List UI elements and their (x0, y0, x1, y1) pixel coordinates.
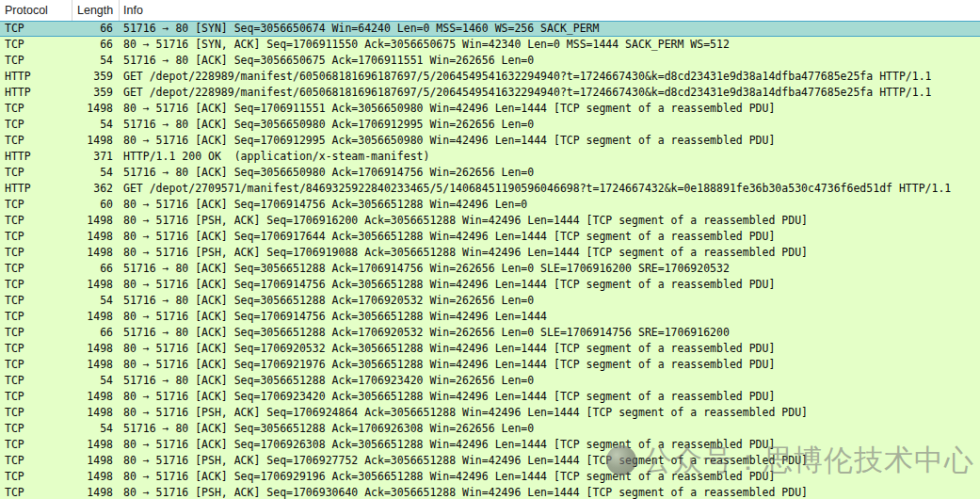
length-cell: 1498 (72, 453, 120, 469)
protocol-cell: TCP (0, 373, 72, 389)
info-cell: 80 → 51716 [ACK] Seq=1706929196 Ack=3056… (120, 469, 980, 485)
protocol-cell: TCP (0, 229, 72, 245)
packet-row[interactable]: TCP 1498 80 → 51716 [ACK] Seq=1706920532… (0, 341, 980, 357)
info-cell: GET /depot/228989/manifest/6050681816961… (120, 69, 980, 85)
info-cell: 51716 → 80 [ACK] Seq=3056650980 Ack=1706… (120, 117, 980, 133)
packet-row[interactable]: TCP 54 51716 → 80 [ACK] Seq=3056650980 A… (0, 165, 980, 181)
protocol-cell: TCP (0, 22, 72, 36)
info-cell: 51716 → 80 [ACK] Seq=3056650980 Ack=1706… (120, 165, 980, 181)
info-cell: 80 → 51716 [PSH, ACK] Seq=1706930640 Ack… (120, 485, 980, 499)
packet-row[interactable]: TCP 1498 80 → 51716 [ACK] Seq=1706914756… (0, 277, 980, 293)
length-cell: 1498 (72, 133, 120, 149)
protocol-cell: TCP (0, 117, 72, 133)
packet-row[interactable]: TCP 1498 80 → 51716 [PSH, ACK] Seq=17069… (0, 245, 980, 261)
protocol-cell: TCP (0, 133, 72, 149)
column-header-info[interactable]: Info (120, 0, 980, 21)
column-header-protocol[interactable]: Protocol (0, 0, 72, 21)
length-cell: 54 (72, 53, 120, 69)
info-cell: 80 → 51716 [PSH, ACK] Seq=1706916200 Ack… (120, 213, 980, 229)
protocol-cell: TCP (0, 277, 72, 293)
length-cell: 66 (72, 37, 120, 53)
protocol-cell: TCP (0, 405, 72, 421)
protocol-cell: TCP (0, 101, 72, 117)
length-cell: 359 (72, 69, 120, 85)
column-header-length[interactable]: Length (72, 0, 120, 21)
info-cell: 80 → 51716 [ACK] Seq=1706923420 Ack=3056… (120, 389, 980, 405)
protocol-cell: TCP (0, 469, 72, 485)
packet-row[interactable]: TCP 66 80 → 51716 [SYN, ACK] Seq=1706911… (0, 37, 980, 53)
info-cell: 51716 → 80 [ACK] Seq=3056651288 Ack=1706… (120, 325, 980, 341)
packet-row[interactable]: TCP 54 51716 → 80 [ACK] Seq=3056650675 A… (0, 53, 980, 69)
packet-row[interactable]: TCP 1498 80 → 51716 [PSH, ACK] Seq=17069… (0, 213, 980, 229)
info-cell: 80 → 51716 [ACK] Seq=1706926308 Ack=3056… (120, 437, 980, 453)
protocol-cell: TCP (0, 261, 72, 277)
packet-row[interactable]: TCP 1498 80 → 51716 [PSH, ACK] Seq=17069… (0, 485, 980, 499)
packet-row[interactable]: TCP 1498 80 → 51716 [ACK] Seq=1706912995… (0, 133, 980, 149)
length-cell: 359 (72, 85, 120, 101)
packet-row[interactable]: TCP 54 51716 → 80 [ACK] Seq=3056650980 A… (0, 117, 980, 133)
packet-row[interactable]: TCP 1498 80 → 51716 [ACK] Seq=1706911551… (0, 101, 980, 117)
length-cell: 1498 (72, 341, 120, 357)
info-cell: GET /depot/2709571/manifest/846932592284… (120, 181, 980, 197)
info-cell: 80 → 51716 [ACK] Seq=1706917644 Ack=3056… (120, 229, 980, 245)
length-cell: 1498 (72, 405, 120, 421)
packet-row[interactable]: TCP 66 51716 → 80 [ACK] Seq=3056651288 A… (0, 325, 980, 341)
packet-row[interactable]: TCP 1498 80 → 51716 [ACK] Seq=1706921976… (0, 357, 980, 373)
packet-row[interactable]: TCP 1498 80 → 51716 [ACK] Seq=1706929196… (0, 469, 980, 485)
protocol-cell: TCP (0, 485, 72, 499)
packet-row[interactable]: TCP 1498 80 → 51716 [ACK] Seq=1706914756… (0, 309, 980, 325)
info-cell: 80 → 51716 [ACK] Seq=1706912995 Ack=3056… (120, 133, 980, 149)
length-cell: 1498 (72, 485, 120, 499)
info-cell: 80 → 51716 [ACK] Seq=1706921976 Ack=3056… (120, 357, 980, 373)
info-cell: 51716 → 80 [ACK] Seq=3056650675 Ack=1706… (120, 53, 980, 69)
packet-row[interactable]: HTTP 359 GET /depot/228989/manifest/6050… (0, 69, 980, 85)
length-cell: 362 (72, 181, 120, 197)
protocol-cell: TCP (0, 53, 72, 69)
protocol-cell: TCP (0, 309, 72, 325)
length-cell: 1498 (72, 437, 120, 453)
protocol-cell: TCP (0, 325, 72, 341)
packet-row[interactable]: TCP 54 51716 → 80 [ACK] Seq=3056651288 A… (0, 421, 980, 437)
packet-list-pane: Protocol Length Info TCP 66 51716 → 80 [… (0, 0, 980, 499)
packet-row[interactable]: HTTP 371 HTTP/1.1 200 OK (application/x-… (0, 149, 980, 165)
protocol-cell: TCP (0, 245, 72, 261)
packet-row[interactable]: TCP 54 51716 → 80 [ACK] Seq=3056651288 A… (0, 293, 980, 309)
length-cell: 1498 (72, 229, 120, 245)
length-cell: 1498 (72, 389, 120, 405)
packet-row[interactable]: TCP 66 51716 → 80 [SYN] Seq=3056650674 W… (0, 21, 980, 37)
packet-row[interactable]: HTTP 362 GET /depot/2709571/manifest/846… (0, 181, 980, 197)
length-cell: 1498 (72, 245, 120, 261)
protocol-cell: TCP (0, 293, 72, 309)
protocol-cell: TCP (0, 421, 72, 437)
length-cell: 54 (72, 117, 120, 133)
info-cell: 80 → 51716 [ACK] Seq=1706914756 Ack=3056… (120, 277, 980, 293)
length-cell: 1498 (72, 469, 120, 485)
info-cell: HTTP/1.1 200 OK (application/x-steam-man… (120, 149, 980, 165)
packet-list: TCP 66 51716 → 80 [SYN] Seq=3056650674 W… (0, 21, 980, 499)
protocol-cell: HTTP (0, 69, 72, 85)
protocol-cell: HTTP (0, 181, 72, 197)
packet-row[interactable]: TCP 1498 80 → 51716 [PSH, ACK] Seq=17069… (0, 453, 980, 469)
info-cell: 80 → 51716 [PSH, ACK] Seq=1706919088 Ack… (120, 245, 980, 261)
protocol-cell: HTTP (0, 149, 72, 165)
packet-row[interactable]: TCP 1498 80 → 51716 [ACK] Seq=1706917644… (0, 229, 980, 245)
packet-row[interactable]: HTTP 359 GET /depot/228989/manifest/6050… (0, 85, 980, 101)
length-cell: 54 (72, 165, 120, 181)
packet-row[interactable]: TCP 60 80 → 51716 [ACK] Seq=1706914756 A… (0, 197, 980, 213)
packet-row[interactable]: TCP 1498 80 → 51716 [PSH, ACK] Seq=17069… (0, 405, 980, 421)
protocol-cell: TCP (0, 389, 72, 405)
length-cell: 54 (72, 421, 120, 437)
protocol-cell: TCP (0, 357, 72, 373)
length-cell: 60 (72, 197, 120, 213)
packet-row[interactable]: TCP 66 51716 → 80 [ACK] Seq=3056651288 A… (0, 261, 980, 277)
packet-row[interactable]: TCP 1498 80 → 51716 [ACK] Seq=1706926308… (0, 437, 980, 453)
length-cell: 54 (72, 293, 120, 309)
packet-row[interactable]: TCP 1498 80 → 51716 [ACK] Seq=1706923420… (0, 389, 980, 405)
info-cell: 80 → 51716 [ACK] Seq=1706914756 Ack=3056… (120, 309, 980, 325)
length-cell: 66 (72, 22, 120, 36)
length-cell: 1498 (72, 309, 120, 325)
protocol-cell: TCP (0, 37, 72, 53)
info-cell: 51716 → 80 [ACK] Seq=3056651288 Ack=1706… (120, 293, 980, 309)
packet-row[interactable]: TCP 54 51716 → 80 [ACK] Seq=3056651288 A… (0, 373, 980, 389)
length-cell: 1498 (72, 213, 120, 229)
